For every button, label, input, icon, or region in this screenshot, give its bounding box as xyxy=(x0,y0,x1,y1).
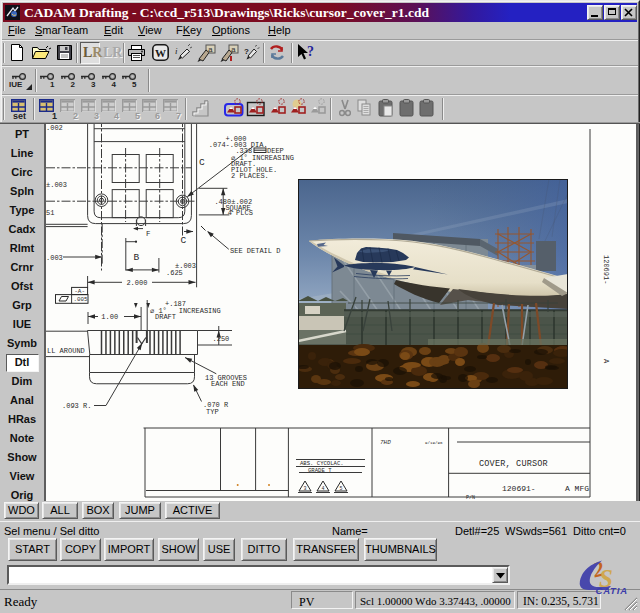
svg-text:?: ? xyxy=(244,47,249,56)
svg-text:DRAFT: DRAFT xyxy=(155,313,176,321)
svg-text:LL AROUND: LL AROUND xyxy=(47,347,85,355)
svg-text:9/19/96: 9/19/96 xyxy=(425,441,443,445)
svg-text:A MFG: A MFG xyxy=(565,484,589,493)
svg-text:2 PLACES.: 2 PLACES. xyxy=(231,172,269,180)
svg-text:C: C xyxy=(181,235,187,246)
svg-text:.002: .002 xyxy=(46,124,63,132)
svg-text:GRADE T: GRADE T xyxy=(308,467,332,474)
svg-text:B: B xyxy=(134,252,140,263)
svg-text:EACH END: EACH END xyxy=(211,380,245,388)
svg-text:1.00: 1.00 xyxy=(101,313,118,321)
svg-text:?: ? xyxy=(307,44,314,59)
svg-text:.093 R.: .093 R. xyxy=(62,402,91,410)
svg-text:TYP: TYP xyxy=(206,408,219,416)
svg-text:2.000: 2.000 xyxy=(126,279,147,287)
svg-text:4: 4 xyxy=(321,486,324,492)
svg-text:F: F xyxy=(146,230,151,238)
svg-text:±.003: ±.003 xyxy=(175,262,196,270)
svg-text:±.003: ±.003 xyxy=(46,181,67,189)
svg-text:A: A xyxy=(602,359,610,364)
svg-text:.250: .250 xyxy=(213,335,230,343)
svg-text:SEE DETAIL D: SEE DETAIL D xyxy=(230,247,280,255)
svg-text:.005: .005 xyxy=(74,296,88,303)
svg-text:.003: .003 xyxy=(46,254,63,262)
svg-text:120691-: 120691- xyxy=(502,484,536,493)
svg-text:4 PLCS: 4 PLCS xyxy=(228,209,253,217)
svg-text:3: 3 xyxy=(303,486,306,492)
svg-text:P/N: P/N xyxy=(466,495,475,501)
svg-text:W: W xyxy=(155,47,166,59)
svg-text:120691-: 120691- xyxy=(602,255,610,284)
svg-text:INCREASING: INCREASING xyxy=(179,307,221,315)
svg-text:COVER, CURSOR: COVER, CURSOR xyxy=(479,459,548,469)
svg-text:51: 51 xyxy=(46,209,54,217)
svg-text:.625: .625 xyxy=(166,269,183,277)
svg-text:CATIA: CATIA xyxy=(596,585,628,596)
svg-text:C: C xyxy=(199,157,205,168)
svg-text:7HD: 7HD xyxy=(380,439,391,446)
svg-text:i: i xyxy=(175,46,178,56)
svg-text:5: 5 xyxy=(339,486,342,492)
